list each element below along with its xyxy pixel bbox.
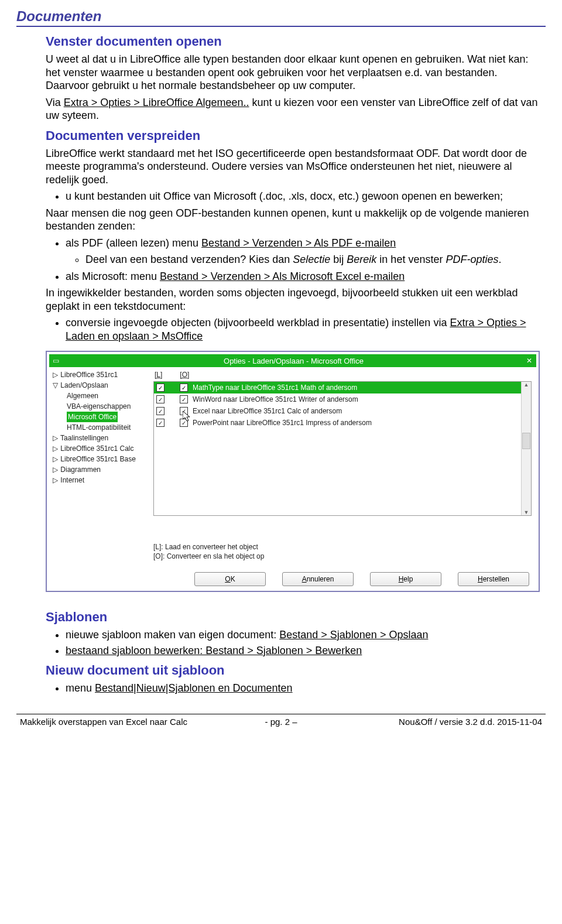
footer-page-number: - pg. 2 – [194, 717, 368, 727]
paragraph: Via Extra > Opties > LibreOffice Algemee… [46, 96, 540, 122]
scrollbar[interactable]: ▲ ▼ [521, 382, 531, 515]
list-item: als PDF (alleen lezen) menu Bestand > Ve… [66, 237, 540, 266]
options-dialog: ▭ Opties - Laden/Opslaan - Microsoft Off… [46, 351, 540, 592]
reset-button[interactable]: Herstellen [458, 572, 529, 586]
page-title: Documenten [16, 8, 546, 25]
checkbox-save[interactable]: ✓ [180, 407, 188, 415]
footer-left: Makkelijk overstappen van Excel naar Cal… [20, 717, 194, 727]
list-row-label: PowerPoint naar LibreOffice 351rc1 Impre… [193, 419, 372, 427]
dialog-title: Opties - Laden/Opslaan - Microsoft Offic… [63, 357, 525, 365]
close-icon[interactable]: ✕ [525, 356, 534, 365]
menu-path-link: Bestand > Verzenden > Als PDF e-mailen [201, 237, 396, 249]
tree-item[interactable]: ▷ LibreOffice 351rc1 Calc [53, 443, 146, 454]
list-row[interactable]: ✓✓PowerPoint naar LibreOffice 351rc1 Imp… [154, 417, 531, 429]
menu-path-link: Bestand > Sjablonen > Opslaan [279, 629, 428, 641]
cancel-button[interactable]: Annuleren [282, 572, 354, 586]
menu-path-link: Extra > Opties > LibreOffice Algemeen.. [64, 97, 249, 108]
list-item: als Microsoft: menu Bestand > Verzenden … [66, 270, 540, 283]
tree-item[interactable]: HTML-compatibiliteit [53, 422, 146, 433]
checkbox-save[interactable]: ✓ [180, 395, 188, 403]
list-item: menu Bestand|Nieuw|Sjablonen en Document… [66, 682, 540, 695]
paragraph: In ingewikkelder bestanden, worden soms … [46, 286, 540, 313]
paragraph: Naar mensen die nog geen ODF-bestanden k… [46, 207, 540, 233]
heading-rule [16, 26, 546, 27]
scroll-thumb[interactable] [522, 433, 530, 449]
list-row[interactable]: ✓✓WinWord naar LibreOffice 351rc1 Writer… [154, 393, 531, 405]
list-row[interactable]: ✓✓MathType naar LibreOffice 351rc1 Math … [154, 382, 531, 393]
tree-item[interactable]: ▷ LibreOffice 351rc1 [53, 369, 146, 380]
list-item: bestaand sjabloon bewerken: Bestand > Sj… [66, 644, 540, 658]
tree-item[interactable]: ▽ Laden/Opslaan [53, 380, 146, 391]
list-item: Deel van een bestand verzenden? Kies dan… [85, 253, 540, 266]
column-headers: [L] [O] [153, 371, 532, 379]
list-row[interactable]: ✓✓Excel naar LibreOffice 351rc1 Calc of … [154, 405, 531, 417]
menu-path-link: bestaand sjabloon bewerken: Bestand > Sj… [66, 645, 362, 656]
conversion-listbox[interactable]: ✓✓MathType naar LibreOffice 351rc1 Math … [153, 381, 532, 516]
footer-right: Nou&Off / versie 3.2 d.d. 2015-11-04 [368, 717, 542, 727]
list-item: u kunt bestanden uit Office van Microsof… [66, 190, 540, 203]
heading-open-window: Venster documenten openen [46, 34, 540, 49]
document-icon: ▭ [53, 357, 59, 365]
footer-rule [16, 714, 546, 714]
paragraph: LibreOffice werkt standaard met het ISO … [46, 147, 540, 187]
heading-templates: Sjablonen [46, 610, 540, 625]
checkbox-load[interactable]: ✓ [156, 395, 165, 403]
list-row-label: Excel naar LibreOffice 351rc1 Calc of an… [193, 407, 342, 415]
checkbox-save[interactable]: ✓ [180, 419, 188, 427]
dialog-titlebar[interactable]: ▭ Opties - Laden/Opslaan - Microsoft Off… [49, 354, 536, 367]
checkbox-load[interactable]: ✓ [156, 419, 165, 427]
tree-item[interactable]: ▷ LibreOffice 351rc1 Base [53, 454, 146, 464]
legend: [L]: Laad en converteer het object [O]: … [153, 542, 532, 562]
scroll-down-icon[interactable]: ▼ [524, 509, 529, 515]
menu-path-link: Bestand > Verzenden > Als Microsoft Exce… [160, 271, 405, 282]
checkbox-save[interactable]: ✓ [180, 384, 188, 392]
tree-item[interactable]: Algemeen [53, 391, 146, 401]
heading-new-doc: Nieuw document uit sjabloon [46, 663, 540, 678]
menu-path-link: Bestand|Nieuw|Sjablonen en Documenten [95, 682, 293, 694]
tree-item[interactable]: Microsoft Office [53, 412, 146, 422]
tree-item[interactable]: ▷ Internet [53, 475, 146, 485]
ok-button[interactable]: OK [194, 572, 266, 586]
tree-item[interactable]: ▷ Taalinstellingen [53, 433, 146, 443]
help-button[interactable]: Help [370, 572, 441, 586]
options-tree[interactable]: ▷ LibreOffice 351rc1▽ Laden/OpslaanAlgem… [49, 367, 149, 566]
scroll-up-icon[interactable]: ▲ [524, 382, 529, 388]
list-item: nieuwe sjabloon maken van eigen document… [66, 628, 540, 642]
checkbox-load[interactable]: ✓ [156, 407, 165, 415]
checkbox-load[interactable]: ✓ [156, 384, 165, 392]
list-row-label: WinWord naar LibreOffice 351rc1 Writer o… [193, 395, 358, 403]
list-row-label: MathType naar LibreOffice 351rc1 Math of… [193, 384, 357, 392]
tree-item[interactable]: VBA-eigenschappen [53, 401, 146, 412]
heading-spread: Documenten verspreiden [46, 128, 540, 143]
list-item: conversie ingevoegde objecten (bijvoorbe… [66, 316, 540, 343]
paragraph: U weet al dat u in LibreOffice alle type… [46, 53, 540, 93]
tree-item[interactable]: ▷ Diagrammen [53, 464, 146, 475]
page-footer: Makkelijk overstappen van Excel naar Cal… [16, 717, 546, 727]
